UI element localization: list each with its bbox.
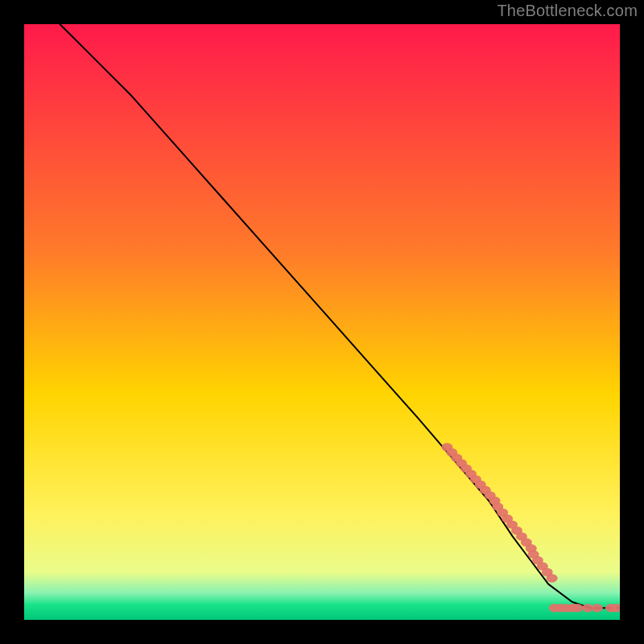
chart-svg (24, 24, 620, 620)
plot-area (24, 24, 620, 620)
data-point (592, 604, 603, 612)
gradient-background (24, 24, 620, 620)
data-point (547, 574, 558, 582)
attribution-label: TheBottleneck.com (497, 2, 638, 20)
chart-container: TheBottleneck.com (0, 0, 644, 644)
data-point (572, 604, 583, 612)
